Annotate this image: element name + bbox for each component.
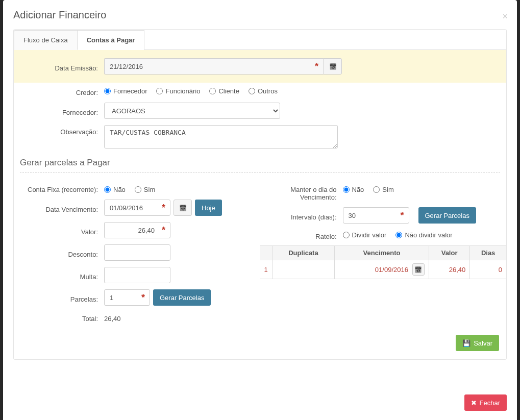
radio-fornecedor[interactable]: Fornecedor: [104, 87, 147, 95]
radio-cliente[interactable]: Cliente: [209, 87, 239, 95]
two-col: Conta Fixa (recorrente): Não Sim Data Ve…: [14, 183, 506, 326]
conta-fixa-radio-group: Não Sim: [104, 186, 155, 193]
modal-add-financeiro: Adicionar Financeiro × Fluxo de Caixa Co…: [3, 0, 517, 420]
calendar-button-venc[interactable]: [174, 200, 192, 216]
modal-header: Adicionar Financeiro ×: [3, 0, 517, 29]
save-icon: 💾: [462, 339, 471, 347]
gerar-parcelas-button-right[interactable]: Gerar Parcelas: [418, 207, 476, 224]
row-total: Total: 26,40: [14, 309, 260, 326]
cell-dias: 0: [470, 260, 506, 279]
label-multa: Multa:: [20, 270, 104, 281]
modal-title: Adicionar Financeiro: [13, 9, 507, 21]
row-credor: Credor: Fornecedor Funcionário Cliente O…: [14, 83, 506, 100]
hoje-button[interactable]: Hoje: [195, 200, 222, 216]
gerar-parcelas-button-left[interactable]: Gerar Parcelas: [153, 289, 211, 306]
label-total: Total:: [20, 312, 104, 323]
save-row: 💾 Salvar: [14, 326, 506, 354]
th-vencimento: Vencimento: [335, 246, 429, 260]
col-left: Conta Fixa (recorrente): Não Sim Data Ve…: [14, 183, 260, 326]
label-valor: Valor:: [20, 225, 104, 236]
label-manter-dia: Manter o dia do Vencimento:: [266, 186, 343, 201]
credor-radio-group: Fornecedor Funcionário Cliente Outros: [104, 87, 278, 95]
salvar-label: Salvar: [474, 339, 492, 347]
label-parcelas: Parcelas:: [20, 292, 104, 303]
cell-idx: 1: [260, 260, 273, 279]
radio-nao-dividir[interactable]: Não dividir valor: [395, 231, 452, 239]
input-multa[interactable]: [104, 267, 170, 283]
textarea-observacao[interactable]: [104, 125, 338, 149]
row-desconto: Desconto:: [14, 241, 260, 264]
cell-vencimento: 01/09/2016: [335, 260, 429, 279]
divider: [20, 172, 500, 172]
label-intervalo: Intervalo (dias):: [266, 210, 343, 221]
label-data-emissao: Data Emissão:: [20, 61, 104, 72]
cell-duplicata: [272, 260, 334, 279]
radio-dividir[interactable]: Dividir valor: [343, 231, 387, 239]
radio-conta-fixa-nao[interactable]: Não: [104, 186, 126, 193]
label-data-vencimento: Data Vencimento:: [20, 203, 104, 213]
radio-conta-fixa-sim[interactable]: Sim: [135, 186, 155, 193]
col-right: Manter o dia do Vencimento: Não Sim Inte…: [260, 183, 507, 326]
row-intervalo: Intervalo (dias): * Gerar Parcelas: [260, 204, 507, 227]
input-desconto[interactable]: [104, 244, 170, 261]
rateio-radio-group: Dividir valor Não dividir valor: [343, 231, 453, 239]
input-data-vencimento[interactable]: [104, 200, 170, 216]
calendar-icon: [329, 63, 337, 70]
row-parcelas: Parcelas: * Gerar Parcelas: [14, 286, 260, 309]
radio-funcionario[interactable]: Funcionário: [156, 87, 200, 95]
row-valor: Valor: *: [14, 219, 260, 241]
modal-body: Fluxo de Caixa Contas à Pagar Data Emiss…: [3, 29, 517, 387]
parcelas-table: Duplicata Vencimento Valor Dias 1: [260, 245, 507, 279]
cell-venc-date[interactable]: 01/09/2016: [375, 266, 408, 274]
radio-manter-sim[interactable]: Sim: [373, 186, 393, 193]
label-rateio: Rateio:: [266, 230, 343, 240]
th-valor: Valor: [429, 246, 469, 260]
row-manter-dia: Manter o dia do Vencimento: Não Sim: [260, 183, 507, 204]
manter-dia-radio-group: Não Sim: [343, 186, 394, 193]
radio-manter-nao[interactable]: Não: [343, 186, 364, 193]
modal-footer: ✖ Fechar: [3, 387, 517, 420]
row-observacao: Observação:: [14, 122, 506, 152]
input-intervalo[interactable]: [343, 207, 409, 224]
label-fornecedor: Fornecedor:: [20, 106, 104, 116]
th-dias: Dias: [470, 246, 506, 260]
row-conta-fixa: Conta Fixa (recorrente): Não Sim: [14, 183, 260, 196]
panel: Fluxo de Caixa Contas à Pagar Data Emiss…: [13, 29, 507, 360]
row-multa: Multa:: [14, 264, 260, 286]
table-row: 1 01/09/2016 26,40 0: [260, 260, 507, 279]
row-fornecedor: Fornecedor: AGORAOS: [14, 100, 506, 122]
form-body: Data Emissão: *: [14, 50, 506, 354]
label-observacao: Observação:: [20, 125, 104, 136]
input-parcelas[interactable]: [104, 289, 150, 306]
label-desconto: Desconto:: [20, 248, 104, 258]
row-rateio: Rateio: Dividir valor Não dividir valor: [260, 227, 507, 243]
section-title-parcelas: Gerar parcelas a Pagar: [14, 152, 506, 172]
th-duplicata: Duplicata: [272, 246, 334, 260]
select-fornecedor[interactable]: AGORAOS: [104, 103, 280, 119]
fechar-button[interactable]: ✖ Fechar: [464, 394, 507, 411]
row-data-emissao: Data Emissão: *: [14, 50, 506, 83]
value-total: 26,40: [104, 312, 121, 323]
tabs: Fluxo de Caixa Contas à Pagar: [14, 30, 506, 50]
cell-valor[interactable]: 26,40: [429, 260, 469, 279]
fechar-label: Fechar: [480, 399, 500, 407]
close-icon: ✖: [471, 399, 477, 407]
label-credor: Credor:: [20, 86, 104, 96]
calendar-icon: [179, 204, 187, 212]
input-valor[interactable]: [104, 222, 170, 238]
salvar-button[interactable]: 💾 Salvar: [456, 335, 499, 351]
table-header-row: Duplicata Vencimento Valor Dias: [260, 246, 507, 260]
label-conta-fixa: Conta Fixa (recorrente):: [20, 186, 104, 193]
tab-contas-pagar[interactable]: Contas à Pagar: [77, 30, 145, 50]
row-data-vencimento: Data Vencimento: * Hoje: [14, 196, 260, 219]
close-icon[interactable]: ×: [502, 11, 508, 22]
input-data-emissao[interactable]: [104, 58, 324, 75]
tab-fluxo-caixa[interactable]: Fluxo de Caixa: [14, 30, 78, 50]
radio-outros[interactable]: Outros: [249, 87, 278, 95]
calendar-button-emissao[interactable]: [324, 58, 342, 75]
calendar-icon: [414, 266, 422, 274]
calendar-button-cell[interactable]: [412, 263, 425, 276]
